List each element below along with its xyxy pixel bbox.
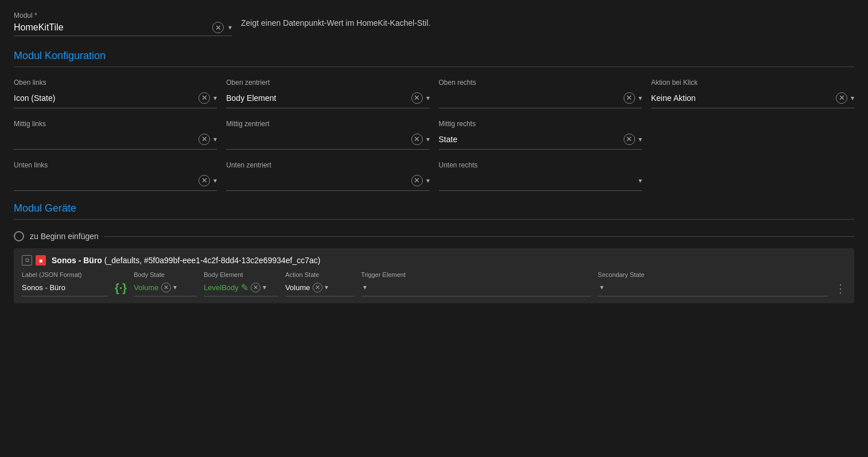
oben-rechts-chevron-icon[interactable]: ▾ — [639, 94, 642, 102]
body-state-value: Volume — [134, 283, 158, 292]
device-card: ⧉ ■ Sonos - Büro (_defaults, #5f0a99bf-e… — [14, 248, 854, 303]
mittig-rechts-cell: Mittig rechts State ✕ ▾ — [439, 120, 642, 157]
row3-empty-cell — [651, 161, 854, 198]
device-copy-icon[interactable]: ⧉ — [22, 255, 32, 265]
module-clear-icon[interactable]: ✕ — [212, 22, 224, 33]
device-more-icon[interactable]: ⋮ — [835, 282, 846, 296]
body-element-label: Body Element — [204, 271, 278, 278]
oben-rechts-label: Oben rechts — [439, 79, 642, 87]
insert-row: zu Beginn einfügen — [14, 231, 854, 241]
body-element-row: LevelBody ✎ ✕ ▾ — [204, 280, 278, 296]
oben-zentriert-value: Body Element — [226, 93, 407, 103]
konfiguration-section: Modul Konfiguration Oben links Icon (Sta… — [14, 50, 854, 198]
module-label: Modul * — [14, 11, 232, 19]
body-element-chevron-icon[interactable]: ▾ — [263, 283, 266, 291]
config-row-2: Mittig links ✕ ▾ Mittig zentriert ✕ ▾ Mi… — [14, 120, 854, 157]
aktion-cell: Aktion bei Klick Keine Aktion ✕ ▾ — [651, 79, 854, 115]
config-row-3: Unten links ✕ ▾ Unten zentriert ✕ ▾ Unte… — [14, 161, 854, 198]
secondary-state-chevron-icon[interactable]: ▾ — [600, 283, 604, 291]
label-field-label: Label (JSON Format) — [22, 271, 108, 278]
body-element-field: Body Element LevelBody ✎ ✕ ▾ — [204, 271, 278, 296]
oben-rechts-cell: Oben rechts ✕ ▾ — [439, 79, 642, 115]
secondary-state-label: Secondary State — [598, 271, 828, 278]
geraete-divider — [14, 219, 854, 220]
device-action-icons: ⧉ ■ — [22, 255, 46, 265]
oben-zentriert-clear-icon[interactable]: ✕ — [411, 92, 423, 104]
label-field: Label (JSON Format) Sonos - Büro — [22, 271, 108, 296]
mittig-rechts-value: State — [439, 135, 620, 144]
oben-links-value: Icon (State) — [14, 93, 195, 103]
geraete-section: Modul Geräte zu Beginn einfügen ⧉ ■ Sono… — [14, 202, 854, 303]
action-state-chevron-icon[interactable]: ▾ — [325, 283, 328, 291]
aktion-field-row: Keine Aktion ✕ ▾ — [651, 90, 854, 108]
oben-links-cell: Oben links Icon (State) ✕ ▾ — [14, 79, 217, 115]
oben-zentriert-chevron-icon[interactable]: ▾ — [426, 94, 430, 102]
mittig-rechts-label: Mittig rechts — [439, 120, 642, 128]
trigger-element-chevron-icon[interactable]: ▾ — [363, 283, 367, 291]
unten-links-field-row: ✕ ▾ — [14, 173, 217, 191]
body-state-label: Body State — [134, 271, 197, 278]
action-state-label: Action State — [285, 271, 354, 278]
action-state-field: Action State Volume ✕ ▾ — [285, 271, 354, 296]
oben-zentriert-cell: Oben zentriert Body Element ✕ ▾ — [226, 79, 429, 115]
body-element-edit-icon[interactable]: ✎ — [241, 282, 248, 293]
mittig-links-cell: Mittig links ✕ ▾ — [14, 120, 217, 157]
oben-rechts-field-row: ✕ ▾ — [439, 90, 642, 108]
unten-zentriert-chevron-icon[interactable]: ▾ — [426, 177, 430, 185]
oben-links-chevron-icon[interactable]: ▾ — [213, 94, 217, 102]
body-state-chevron-icon[interactable]: ▾ — [173, 283, 177, 291]
module-chevron-icon[interactable]: ▾ — [228, 24, 232, 32]
unten-links-chevron-icon[interactable]: ▾ — [213, 177, 217, 185]
trigger-element-field: Trigger Element ▾ — [361, 271, 591, 296]
insert-radio-icon[interactable] — [14, 231, 24, 241]
unten-rechts-chevron-icon[interactable]: ▾ — [639, 177, 642, 185]
mittig-links-clear-icon[interactable]: ✕ — [198, 134, 210, 145]
unten-links-label: Unten links — [14, 161, 217, 169]
secondary-state-field: Secondary State ▾ — [598, 271, 828, 296]
body-state-field: Body State Volume ✕ ▾ — [134, 271, 197, 296]
mittig-links-chevron-icon[interactable]: ▾ — [213, 135, 217, 143]
action-state-clear-icon[interactable]: ✕ — [313, 283, 322, 292]
oben-links-label: Oben links — [14, 79, 217, 87]
unten-zentriert-clear-icon[interactable]: ✕ — [411, 175, 423, 186]
body-state-clear-icon[interactable]: ✕ — [161, 283, 171, 292]
mittig-rechts-chevron-icon[interactable]: ▾ — [639, 135, 642, 143]
unten-rechts-cell: Unten rechts ▾ — [439, 161, 642, 198]
json-edit-icon[interactable]: {·} — [115, 282, 127, 296]
device-title-rest: (_defaults, #5f0a99bf-eee1-4c2f-8dd4-13c… — [102, 256, 321, 265]
mittig-rechts-field-row: State ✕ ▾ — [439, 131, 642, 150]
row2-empty-cell — [651, 120, 854, 157]
insert-label: zu Beginn einfügen — [30, 232, 99, 241]
secondary-state-row: ▾ — [598, 280, 828, 296]
label-field-row: Sonos - Büro — [22, 280, 108, 296]
konfiguration-title: Modul Konfiguration — [14, 50, 854, 62]
oben-zentriert-label: Oben zentriert — [226, 79, 429, 87]
module-description: Zeigt einen Datenpunkt-Wert im HomeKit-K… — [241, 16, 430, 28]
body-element-clear-icon[interactable]: ✕ — [251, 283, 260, 292]
device-title: Sonos - Büro (_defaults, #5f0a99bf-eee1-… — [52, 256, 846, 265]
mittig-links-field-row: ✕ ▾ — [14, 131, 217, 150]
label-field-value: Sonos - Büro — [22, 283, 65, 292]
aktion-value: Keine Aktion — [651, 93, 832, 103]
oben-links-clear-icon[interactable]: ✕ — [198, 92, 210, 104]
action-state-row: Volume ✕ ▾ — [285, 280, 354, 296]
oben-links-field-row: Icon (State) ✕ ▾ — [14, 90, 217, 108]
trigger-element-row: ▾ — [361, 280, 591, 296]
mittig-rechts-clear-icon[interactable]: ✕ — [624, 134, 635, 145]
insert-line — [104, 236, 854, 237]
unten-links-clear-icon[interactable]: ✕ — [198, 175, 210, 186]
mittig-zentriert-label: Mittig zentriert — [226, 120, 429, 128]
module-select-wrapper: Modul * HomeKitTile ✕ ▾ — [14, 11, 232, 36]
body-state-row: Volume ✕ ▾ — [134, 280, 197, 296]
oben-rechts-clear-icon[interactable]: ✕ — [624, 92, 635, 104]
mittig-links-label: Mittig links — [14, 120, 217, 128]
mittig-zentriert-clear-icon[interactable]: ✕ — [411, 134, 423, 145]
module-select-row: HomeKitTile ✕ ▾ — [14, 22, 232, 36]
konfiguration-divider — [14, 67, 854, 67]
aktion-chevron-icon[interactable]: ▾ — [851, 94, 854, 102]
mittig-zentriert-chevron-icon[interactable]: ▾ — [426, 135, 430, 143]
aktion-clear-icon[interactable]: ✕ — [836, 92, 847, 104]
device-fields-row: Label (JSON Format) Sonos - Büro {·} Bod… — [22, 271, 846, 296]
body-element-value: LevelBody — [204, 283, 239, 292]
device-delete-icon[interactable]: ■ — [36, 255, 46, 265]
